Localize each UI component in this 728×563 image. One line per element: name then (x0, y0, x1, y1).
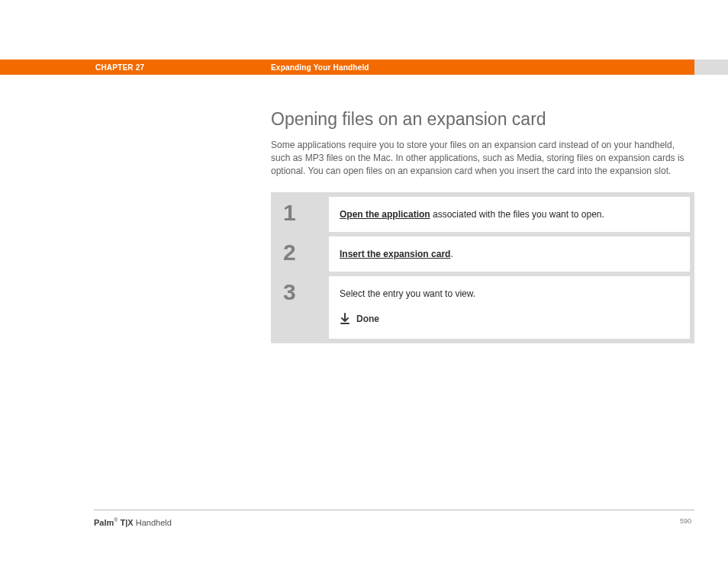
step-row: 2 Insert the expansion card. (275, 236, 690, 272)
header-bar: CHAPTER 27 Expanding Your Handheld (0, 60, 694, 75)
main-content: Opening files on an expansion card Some … (271, 109, 694, 343)
step-link-open-application[interactable]: Open the application (340, 209, 430, 220)
steps-container: 1 Open the application associated with t… (271, 192, 694, 343)
step-number-cell: 3 (275, 276, 329, 339)
step-row: 1 Open the application associated with t… (275, 197, 690, 232)
footer-product-word: Handheld (134, 518, 172, 527)
step-body: Select the entry you want to view. Done (329, 276, 690, 339)
step-number-cell: 1 (275, 197, 329, 232)
step-number: 1 (283, 201, 296, 224)
page-heading: Opening files on an expansion card (271, 109, 694, 130)
footer-brand: Palm (94, 518, 114, 527)
step-body: Insert the expansion card. (329, 236, 690, 272)
step-number: 3 (283, 281, 296, 304)
step-number-cell: 2 (275, 236, 329, 272)
step-body: Open the application associated with the… (329, 197, 690, 232)
done-row: Done (340, 313, 679, 325)
step-link-insert-card[interactable]: Insert the expansion card (340, 249, 450, 259)
done-arrow-icon (340, 313, 350, 325)
step-text: Select the entry you want to view. (340, 288, 679, 299)
page-number: 590 (680, 517, 691, 525)
footer-divider (94, 510, 694, 510)
step-text: associated with the files you want to op… (430, 209, 604, 220)
done-label: Done (356, 314, 379, 324)
footer-product: Palm® T|X Handheld (94, 517, 172, 527)
step-row: 3 Select the entry you want to view. Don… (275, 276, 690, 339)
step-text: . (450, 249, 453, 259)
intro-paragraph: Some applications require you to store y… (271, 139, 694, 177)
footer-model: T|X (118, 518, 133, 527)
chapter-title: Expanding Your Handheld (271, 63, 369, 72)
header-bar-edge (694, 60, 728, 75)
step-number: 2 (283, 241, 296, 264)
chapter-label: CHAPTER 27 (95, 63, 144, 72)
